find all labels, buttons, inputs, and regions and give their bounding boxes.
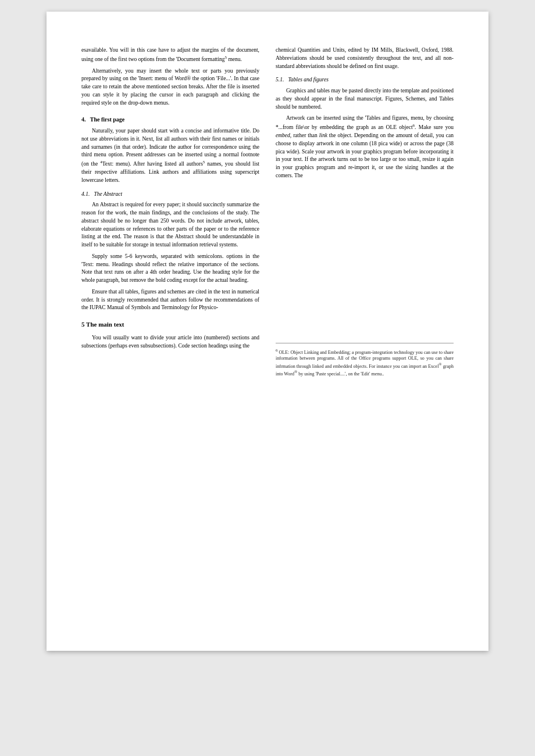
section-5-para: You will usually want to divide your art… xyxy=(81,334,259,350)
left-para-2: Alternatively, you may insert the whole … xyxy=(81,67,259,108)
section-4-para: Naturally, your paper should start with … xyxy=(81,127,259,185)
subsection-41-heading: 4.1. The Abstract xyxy=(81,191,259,199)
two-column-layout: esavailable. You will in this case have … xyxy=(81,46,454,380)
left-para-1: esavailable. You will in this case have … xyxy=(81,46,259,64)
section-4-heading: 4. The first page xyxy=(81,116,259,124)
footnote-6: 6 OLE: Object Linking and Embedding; a p… xyxy=(276,348,454,377)
abstract-para-1: An Abstract is required for every paper;… xyxy=(81,201,259,249)
section-5-heading: 5 The main text xyxy=(81,320,259,329)
right-column: chemical Quantities and Units, edited by… xyxy=(276,46,454,380)
subsection-51-heading: 5.1. Tables and figures xyxy=(276,76,454,84)
tables-para-1: Graphics and tables may be pasted direct… xyxy=(276,87,454,111)
footnote-area: 6 OLE: Object Linking and Embedding; a p… xyxy=(276,343,454,377)
document-page: esavailable. You will in this case have … xyxy=(47,12,488,651)
tables-para-2: Artwork can be inserted using the 'Table… xyxy=(276,114,454,180)
left-column: esavailable. You will in this case have … xyxy=(81,46,259,380)
right-para-1: chemical Quantities and Units, edited by… xyxy=(276,46,454,70)
abstract-para-2: Supply some 5-6 keywords, separated with… xyxy=(81,253,259,285)
abstract-para-3: Ensure that all tables, figures and sche… xyxy=(81,288,259,312)
